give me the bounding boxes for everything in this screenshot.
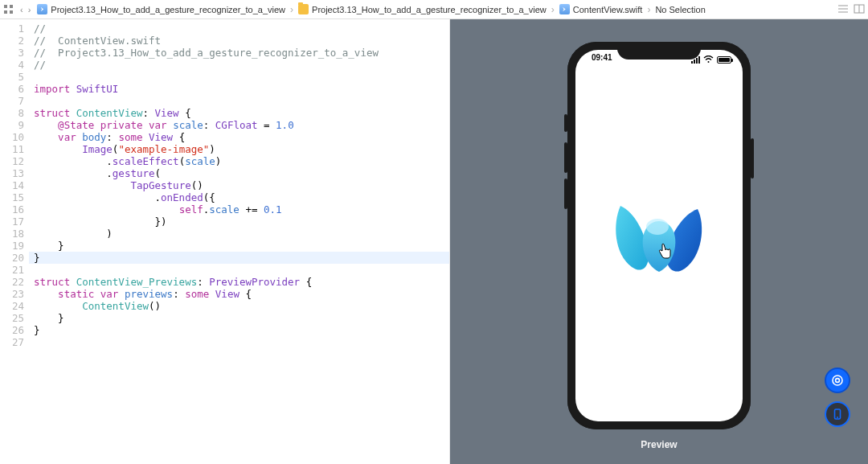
swift-file-icon — [37, 4, 47, 14]
code-line[interactable]: struct ContentView: View { — [34, 107, 449, 119]
chevron-right-icon: › — [289, 5, 295, 14]
code-line[interactable]: static var previews: some View { — [34, 288, 449, 300]
status-time: 09:41 — [587, 53, 612, 66]
svg-point-10 — [646, 219, 669, 235]
code-area[interactable]: //// ContentView.swift// Project3.13_How… — [29, 19, 449, 464]
preview-on-device-button[interactable] — [825, 401, 850, 427]
code-line[interactable]: // Project3.13_How_to_add_a_gesture_reco… — [34, 47, 449, 59]
code-line[interactable]: self.scale += 0.1 — [34, 203, 449, 216]
preview-label: Preview — [641, 439, 677, 450]
breadcrumb-label: Project3.13_How_to_add_a_gesture_recogni… — [51, 5, 285, 14]
battery-icon — [717, 56, 731, 64]
code-line[interactable]: TapGesture() — [34, 179, 449, 191]
workspace: 1234567891011121314151617181920212223242… — [0, 19, 868, 464]
chevron-right-icon: › — [550, 5, 556, 14]
example-image[interactable] — [610, 191, 708, 280]
device-screen[interactable]: 09:41 — [575, 50, 743, 421]
breadcrumb-bar: ‹ › Project3.13_How_to_add_a_gesture_rec… — [0, 0, 868, 19]
code-line[interactable]: ) — [34, 228, 449, 240]
code-line[interactable] — [34, 336, 449, 348]
preview-controls — [825, 368, 850, 427]
code-line[interactable]: } — [34, 312, 449, 324]
svg-point-9 — [708, 61, 710, 63]
code-line[interactable]: struct ContentView_Previews: PreviewProv… — [34, 276, 449, 288]
code-line[interactable]: }) — [34, 216, 449, 228]
code-line[interactable]: ContentView() — [34, 300, 449, 312]
device-notch — [617, 42, 701, 60]
live-preview-button[interactable] — [825, 368, 850, 393]
nav-back-button[interactable]: ‹ — [20, 5, 23, 14]
code-line[interactable]: .gesture( — [34, 167, 449, 179]
code-line[interactable]: Image("example-image") — [34, 143, 449, 155]
breadcrumb-item-file[interactable]: ContentView.swift — [559, 4, 643, 14]
swift-file-icon — [559, 4, 570, 14]
svg-rect-2 — [4, 10, 7, 14]
iphone-frame: 09:41 — [567, 42, 751, 429]
code-line[interactable]: // — [34, 23, 449, 35]
svg-rect-0 — [4, 5, 7, 8]
svg-rect-1 — [10, 5, 13, 8]
breadcrumb-label: No Selection — [655, 5, 705, 14]
breadcrumb-item-folder[interactable]: Project3.13_How_to_add_a_gesture_recogni… — [298, 4, 547, 14]
breadcrumb-item-project[interactable]: Project3.13_How_to_add_a_gesture_recogni… — [37, 4, 285, 14]
code-line[interactable]: } — [34, 324, 449, 336]
code-line[interactable]: import SwiftUI — [34, 83, 449, 95]
related-items-icon[interactable] — [3, 4, 14, 14]
code-line[interactable] — [34, 71, 449, 83]
svg-rect-3 — [10, 10, 13, 14]
code-line[interactable]: // ContentView.swift — [34, 35, 449, 47]
breadcrumb-item-selection[interactable]: No Selection — [655, 5, 705, 14]
breadcrumb-label: ContentView.swift — [573, 5, 643, 14]
wifi-icon — [703, 55, 714, 64]
code-line[interactable]: @State private var scale: CGFloat = 1.0 — [34, 119, 449, 131]
adjust-editor-icon[interactable] — [837, 4, 849, 15]
split-editor-icon[interactable] — [854, 4, 865, 15]
code-line[interactable]: // — [34, 59, 449, 71]
code-line[interactable] — [34, 95, 449, 107]
code-line[interactable]: .onEnded({ — [34, 191, 449, 203]
code-line[interactable]: .scaleEffect(scale) — [34, 155, 449, 167]
device-preview: 09:41 — [567, 42, 751, 429]
preview-canvas[interactable]: 09:41 — [450, 19, 868, 464]
svg-point-12 — [836, 379, 840, 383]
code-line[interactable]: } — [34, 240, 449, 252]
code-line[interactable]: } — [29, 252, 450, 264]
code-editor[interactable]: 1234567891011121314151617181920212223242… — [0, 19, 450, 464]
pointer-cursor-icon — [657, 243, 672, 259]
folder-icon — [298, 4, 309, 14]
code-line[interactable]: var body: some View { — [34, 131, 449, 143]
svg-point-11 — [833, 376, 842, 385]
chevron-right-icon: › — [645, 5, 652, 14]
code-line[interactable] — [34, 264, 449, 276]
breadcrumb-label: Project3.13_How_to_add_a_gesture_recogni… — [312, 5, 547, 14]
line-gutter: 1234567891011121314151617181920212223242… — [0, 19, 29, 464]
nav-forward-button[interactable]: › — [28, 5, 31, 14]
